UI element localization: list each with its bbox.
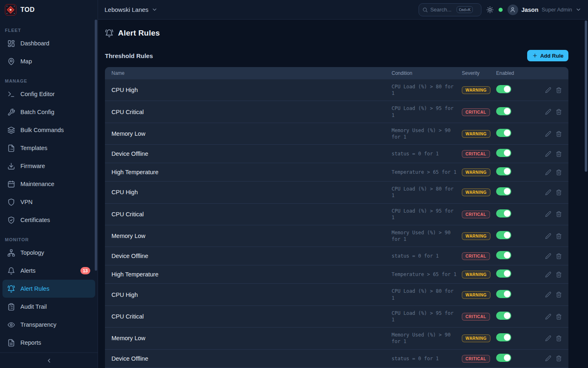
delete-rule-button[interactable] [556, 355, 562, 361]
sidebar-item-label: Topology [20, 249, 44, 256]
trash-icon [556, 88, 562, 94]
pencil-icon [545, 272, 551, 279]
enabled-toggle[interactable] [496, 187, 511, 195]
theme-toggle-sun-icon[interactable] [486, 6, 494, 13]
trash-icon [556, 356, 562, 363]
sidebar-collapse-button[interactable] [0, 352, 98, 368]
sidebar-item-label: Dashboard [20, 40, 49, 47]
delete-rule-button[interactable] [556, 211, 562, 217]
add-rule-button[interactable]: Add Rule [527, 50, 568, 61]
sidebar-item-audit-trail[interactable]: Audit Trail [2, 298, 95, 316]
rule-condition: status = 0 for 1 [392, 150, 462, 157]
sidebar-item-transparency[interactable]: Transparency [2, 316, 95, 334]
enabled-toggle[interactable] [496, 129, 511, 137]
enabled-toggle[interactable] [496, 107, 511, 115]
delete-rule-button[interactable] [556, 169, 562, 175]
enabled-toggle[interactable] [496, 85, 511, 93]
sidebar-item-reports[interactable]: Reports [2, 334, 95, 352]
delete-rule-button[interactable] [556, 87, 562, 93]
severity-badge: WARNING [462, 168, 490, 176]
sidebar-item-certificates[interactable]: Certificates [2, 211, 95, 229]
enabled-toggle[interactable] [496, 290, 511, 298]
edit-rule-button[interactable] [545, 189, 551, 195]
nav-section-label-manage: MANAGE [0, 77, 98, 85]
delete-rule-button[interactable] [556, 109, 562, 115]
delete-rule-button[interactable] [556, 151, 562, 157]
edit-rule-button[interactable] [545, 272, 551, 278]
enabled-toggle[interactable] [496, 209, 511, 218]
delete-rule-button[interactable] [556, 253, 562, 259]
sidebar-item-dashboard[interactable]: Dashboard [2, 34, 95, 52]
search-box[interactable]: Cmd+K [419, 3, 481, 16]
wrench-icon [7, 108, 15, 116]
rule-name: Memory Low [111, 335, 392, 341]
topology-icon [7, 249, 15, 257]
enabled-toggle[interactable] [496, 167, 511, 175]
sidebar-item-firmware[interactable]: Firmware [2, 157, 95, 175]
enabled-toggle[interactable] [496, 149, 511, 157]
edit-rule-button[interactable] [545, 314, 551, 320]
delete-rule-button[interactable] [556, 131, 562, 137]
edit-rule-button[interactable] [545, 211, 551, 217]
sidebar-item-map[interactable]: Map [2, 52, 95, 70]
edit-rule-button[interactable] [545, 109, 551, 115]
edit-rule-button[interactable] [545, 233, 551, 239]
trash-icon [556, 336, 562, 343]
calendar-icon [7, 180, 15, 188]
delete-rule-button[interactable] [556, 189, 562, 195]
sidebar-item-bulk-commands[interactable]: Bulk Commands [2, 121, 95, 139]
sidebar-item-maintenance[interactable]: Maintenance [2, 175, 95, 193]
topbar: Lebowski Lanes Cmd+K Jason Super Admin [98, 0, 588, 20]
search-input[interactable] [430, 7, 454, 13]
org-switcher[interactable]: Lebowski Lanes [105, 6, 158, 13]
delete-rule-button[interactable] [556, 272, 562, 278]
delete-rule-button[interactable] [556, 335, 562, 341]
sidebar-item-templates[interactable]: Templates [2, 139, 95, 157]
enabled-toggle[interactable] [496, 251, 511, 259]
trash-icon [556, 314, 562, 321]
enabled-toggle[interactable] [496, 269, 511, 278]
nav-section-label-fleet: FLEET [0, 26, 98, 34]
edit-rule-button[interactable] [545, 292, 551, 298]
sidebar-item-vpn[interactable]: VPN [2, 193, 95, 211]
table-row-memory-low: Memory LowMemory Used (%) > 90 for 1WARN… [105, 123, 568, 144]
sidebar-item-topology[interactable]: Topology [2, 244, 95, 262]
edit-rule-button[interactable] [545, 169, 551, 175]
enabled-toggle[interactable] [496, 354, 511, 362]
sidebar-item-config-editor[interactable]: Config Editor [2, 85, 95, 103]
page-scrollbar-thumb[interactable] [585, 20, 587, 172]
column-header-severity: Severity [462, 70, 496, 76]
edit-rule-button[interactable] [545, 335, 551, 341]
trash-icon [556, 233, 562, 240]
trash-icon [556, 170, 562, 177]
sidebar-scrollbar-thumb[interactable] [95, 20, 97, 271]
file-icon [7, 144, 15, 152]
layers-icon [7, 126, 15, 134]
sidebar-item-alert-rules[interactable]: Alert Rules [2, 280, 95, 298]
pencil-icon [545, 190, 551, 197]
rule-name: CPU High [111, 292, 392, 298]
rule-condition: status = 0 for 1 [392, 355, 462, 362]
table-row-memory-low: Memory LowMemory Used (%) > 90 for 1WARN… [105, 225, 568, 247]
edit-rule-button[interactable] [545, 131, 551, 137]
trash-icon [556, 151, 562, 158]
sidebar-item-batch-config[interactable]: Batch Config [2, 103, 95, 121]
enabled-toggle[interactable] [496, 312, 511, 320]
sidebar-item-alerts[interactable]: Alerts13 [2, 262, 95, 280]
edit-rule-button[interactable] [545, 87, 551, 93]
rule-name: CPU High [111, 87, 392, 93]
sidebar-item-label: Alerts [20, 267, 36, 274]
delete-rule-button[interactable] [556, 233, 562, 239]
chevron-down-icon [575, 7, 581, 13]
sidebar-item-label: Reports [20, 339, 41, 346]
edit-rule-button[interactable] [545, 253, 551, 259]
edit-rule-button[interactable] [545, 151, 551, 157]
enabled-toggle[interactable] [496, 333, 511, 341]
edit-rule-button[interactable] [545, 355, 551, 361]
shield-icon [7, 198, 15, 206]
user-icon [510, 7, 516, 13]
user-menu[interactable]: Jason Super Admin [508, 4, 581, 15]
enabled-toggle[interactable] [496, 231, 511, 239]
delete-rule-button[interactable] [556, 292, 562, 298]
delete-rule-button[interactable] [556, 314, 562, 320]
